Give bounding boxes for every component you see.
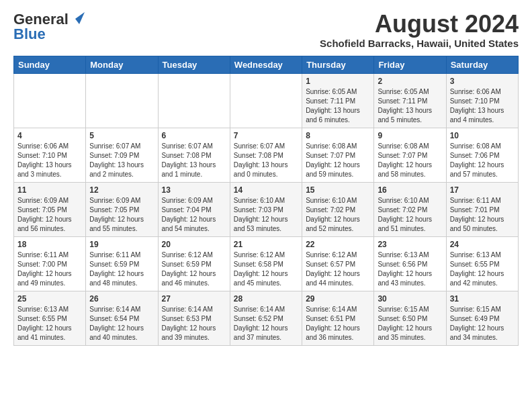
day-number: 10 [450, 131, 515, 140]
calendar-cell: 23Sunrise: 6:13 AMSunset: 6:56 PMDayligh… [374, 236, 446, 291]
calendar-cell: 29Sunrise: 6:14 AMSunset: 6:51 PMDayligh… [302, 291, 374, 345]
day-info: Sunrise: 6:06 AMSunset: 7:10 PMDaylight:… [450, 87, 515, 125]
calendar-cell: 22Sunrise: 6:12 AMSunset: 6:57 PMDayligh… [302, 236, 374, 291]
calendar-cell: 2Sunrise: 6:05 AMSunset: 7:11 PMDaylight… [374, 73, 446, 128]
calendar-cell: 1Sunrise: 6:05 AMSunset: 7:11 PMDaylight… [302, 73, 374, 128]
calendar-cell: 9Sunrise: 6:08 AMSunset: 7:07 PMDaylight… [374, 128, 446, 182]
calendar-week-2: 4Sunrise: 6:06 AMSunset: 7:10 PMDaylight… [14, 128, 519, 182]
calendar-cell [158, 73, 230, 128]
day-info: Sunrise: 6:10 AMSunset: 7:02 PMDaylight:… [306, 196, 370, 234]
day-info: Sunrise: 6:09 AMSunset: 7:05 PMDaylight:… [17, 196, 82, 234]
day-number: 14 [234, 185, 298, 195]
day-number: 7 [234, 131, 298, 140]
calendar-cell: 13Sunrise: 6:09 AMSunset: 7:04 PMDayligh… [158, 182, 230, 236]
day-number: 24 [450, 240, 515, 249]
weekday-header-sunday: Sunday [14, 56, 86, 73]
calendar-week-3: 11Sunrise: 6:09 AMSunset: 7:05 PMDayligh… [14, 182, 519, 236]
day-info: Sunrise: 6:11 AMSunset: 7:01 PMDaylight:… [450, 196, 515, 234]
day-number: 28 [234, 294, 298, 304]
day-info: Sunrise: 6:07 AMSunset: 7:08 PMDaylight:… [234, 142, 298, 179]
day-info: Sunrise: 6:05 AMSunset: 7:11 PMDaylight:… [378, 87, 442, 125]
day-info: Sunrise: 6:08 AMSunset: 7:06 PMDaylight:… [450, 142, 515, 179]
day-info: Sunrise: 6:08 AMSunset: 7:07 PMDaylight:… [378, 142, 442, 179]
day-info: Sunrise: 6:14 AMSunset: 6:54 PMDaylight:… [89, 305, 154, 342]
calendar-cell: 6Sunrise: 6:07 AMSunset: 7:08 PMDaylight… [158, 128, 230, 182]
calendar-cell [230, 73, 302, 128]
calendar-cell [86, 73, 158, 128]
svg-marker-0 [75, 12, 85, 24]
day-info: Sunrise: 6:13 AMSunset: 6:56 PMDaylight:… [378, 250, 442, 288]
calendar-cell: 30Sunrise: 6:15 AMSunset: 6:50 PMDayligh… [374, 291, 446, 345]
day-number: 1 [306, 77, 370, 86]
day-number: 26 [89, 294, 154, 304]
day-info: Sunrise: 6:10 AMSunset: 7:03 PMDaylight:… [234, 196, 298, 234]
day-number: 13 [162, 185, 226, 195]
calendar-cell [14, 73, 86, 128]
calendar-cell: 10Sunrise: 6:08 AMSunset: 7:06 PMDayligh… [446, 128, 518, 182]
day-info: Sunrise: 6:15 AMSunset: 6:50 PMDaylight:… [378, 305, 442, 342]
calendar-cell: 25Sunrise: 6:13 AMSunset: 6:55 PMDayligh… [14, 291, 86, 345]
day-info: Sunrise: 6:14 AMSunset: 6:51 PMDaylight:… [306, 305, 370, 342]
calendar-week-5: 25Sunrise: 6:13 AMSunset: 6:55 PMDayligh… [14, 291, 519, 345]
day-info: Sunrise: 6:14 AMSunset: 6:52 PMDaylight:… [234, 305, 298, 342]
day-info: Sunrise: 6:12 AMSunset: 6:58 PMDaylight:… [234, 250, 298, 288]
day-number: 20 [162, 240, 226, 249]
day-number: 8 [306, 131, 370, 140]
day-info: Sunrise: 6:07 AMSunset: 7:09 PMDaylight:… [89, 142, 154, 179]
day-number: 18 [17, 240, 82, 249]
calendar-cell: 15Sunrise: 6:10 AMSunset: 7:02 PMDayligh… [302, 182, 374, 236]
calendar-cell: 14Sunrise: 6:10 AMSunset: 7:03 PMDayligh… [230, 182, 302, 236]
day-info: Sunrise: 6:07 AMSunset: 7:08 PMDaylight:… [162, 142, 226, 179]
day-number: 27 [162, 294, 226, 304]
day-number: 9 [378, 131, 442, 140]
day-number: 3 [450, 77, 515, 86]
day-number: 12 [89, 185, 154, 195]
calendar-cell: 5Sunrise: 6:07 AMSunset: 7:09 PMDaylight… [86, 128, 158, 182]
day-number: 17 [450, 185, 515, 195]
calendar-week-4: 18Sunrise: 6:11 AMSunset: 7:00 PMDayligh… [14, 236, 519, 291]
day-info: Sunrise: 6:05 AMSunset: 7:11 PMDaylight:… [306, 87, 370, 125]
calendar-cell: 7Sunrise: 6:07 AMSunset: 7:08 PMDaylight… [230, 128, 302, 182]
weekday-header-tuesday: Tuesday [158, 56, 230, 73]
day-info: Sunrise: 6:14 AMSunset: 6:53 PMDaylight:… [162, 305, 226, 342]
day-number: 2 [378, 77, 442, 86]
day-number: 29 [306, 294, 370, 304]
day-number: 11 [17, 185, 82, 195]
day-info: Sunrise: 6:11 AMSunset: 7:00 PMDaylight:… [17, 250, 82, 288]
day-info: Sunrise: 6:12 AMSunset: 6:59 PMDaylight:… [162, 250, 226, 288]
title-block: August 2024 Schofield Barracks, Hawaii, … [320, 11, 519, 49]
calendar-cell: 12Sunrise: 6:09 AMSunset: 7:05 PMDayligh… [86, 182, 158, 236]
weekday-header-saturday: Saturday [446, 56, 518, 73]
day-info: Sunrise: 6:10 AMSunset: 7:02 PMDaylight:… [378, 196, 442, 234]
calendar-cell: 20Sunrise: 6:12 AMSunset: 6:59 PMDayligh… [158, 236, 230, 291]
day-info: Sunrise: 6:09 AMSunset: 7:04 PMDaylight:… [162, 196, 226, 234]
calendar-cell: 3Sunrise: 6:06 AMSunset: 7:10 PMDaylight… [446, 73, 518, 128]
day-info: Sunrise: 6:09 AMSunset: 7:05 PMDaylight:… [89, 196, 154, 234]
calendar-cell: 24Sunrise: 6:13 AMSunset: 6:55 PMDayligh… [446, 236, 518, 291]
weekday-header-thursday: Thursday [302, 56, 374, 73]
day-info: Sunrise: 6:08 AMSunset: 7:07 PMDaylight:… [306, 142, 370, 179]
calendar-cell: 28Sunrise: 6:14 AMSunset: 6:52 PMDayligh… [230, 291, 302, 345]
day-info: Sunrise: 6:06 AMSunset: 7:10 PMDaylight:… [17, 142, 82, 179]
calendar-cell: 17Sunrise: 6:11 AMSunset: 7:01 PMDayligh… [446, 182, 518, 236]
calendar-cell: 4Sunrise: 6:06 AMSunset: 7:10 PMDaylight… [14, 128, 86, 182]
page-header: General Blue August 2024 Schofield Barra… [13, 11, 519, 49]
day-number: 5 [89, 131, 154, 140]
day-info: Sunrise: 6:11 AMSunset: 6:59 PMDaylight:… [89, 250, 154, 288]
calendar-cell: 26Sunrise: 6:14 AMSunset: 6:54 PMDayligh… [86, 291, 158, 345]
calendar-week-1: 1Sunrise: 6:05 AMSunset: 7:11 PMDaylight… [14, 73, 519, 128]
day-info: Sunrise: 6:13 AMSunset: 6:55 PMDaylight:… [450, 250, 515, 288]
calendar-table: SundayMondayTuesdayWednesdayThursdayFrid… [13, 56, 519, 346]
day-number: 4 [17, 131, 82, 140]
day-number: 22 [306, 240, 370, 249]
logo-bird-icon [70, 12, 85, 24]
day-number: 25 [17, 294, 82, 304]
logo: General Blue [13, 11, 85, 43]
day-number: 6 [162, 131, 226, 140]
calendar-cell: 19Sunrise: 6:11 AMSunset: 6:59 PMDayligh… [86, 236, 158, 291]
month-title: August 2024 [320, 11, 519, 38]
calendar-cell: 8Sunrise: 6:08 AMSunset: 7:07 PMDaylight… [302, 128, 374, 182]
day-number: 15 [306, 185, 370, 195]
weekday-header-monday: Monday [86, 56, 158, 73]
day-number: 19 [89, 240, 154, 249]
